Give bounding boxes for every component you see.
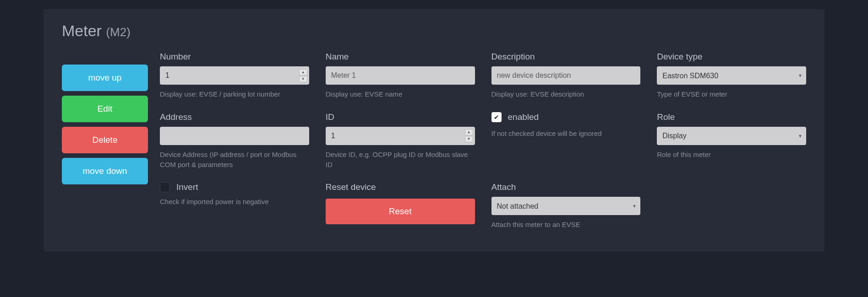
- name-input[interactable]: [326, 66, 475, 85]
- delete-button[interactable]: Delete: [62, 127, 148, 153]
- meter-panel: Meter (M2) move up Edit Delete move down…: [44, 9, 824, 252]
- move-up-button[interactable]: move up: [62, 65, 148, 91]
- enabled-label: enabled: [508, 112, 539, 122]
- reset-button[interactable]: Reset: [326, 199, 475, 224]
- description-input[interactable]: [491, 66, 641, 85]
- number-help: Display use: EVSE / parking lot number: [160, 89, 309, 99]
- field-invert: ✔ Invert Check if imported power is nega…: [160, 182, 309, 230]
- role-label: Role: [657, 112, 806, 122]
- attach-select[interactable]: Not attached: [491, 197, 641, 215]
- field-description: Description Display use: EVSE descriptio…: [491, 52, 641, 99]
- chevron-up-icon[interactable]: ▲: [465, 129, 473, 135]
- id-label: ID: [326, 112, 475, 122]
- edit-button[interactable]: Edit: [62, 96, 148, 122]
- panel-title-main: Meter: [62, 22, 102, 39]
- attach-label: Attach: [491, 182, 641, 192]
- field-attach: Attach Not attached ▾ Attach this meter …: [491, 182, 641, 230]
- field-device-type: Device type Eastron SDM630 ▾ Type of EVS…: [657, 52, 806, 99]
- name-help: Display use: EVSE name: [326, 89, 475, 99]
- panel-title-sub: (M2): [106, 25, 130, 39]
- role-help: Role of this meter: [657, 150, 806, 160]
- side-actions: move up Edit Delete move down: [62, 52, 148, 230]
- move-down-button[interactable]: move down: [62, 158, 148, 184]
- device-type-select[interactable]: Eastron SDM630: [657, 66, 806, 85]
- invert-label: Invert: [176, 182, 198, 192]
- id-spinner[interactable]: ▲ ▼: [465, 129, 473, 143]
- panel-title: Meter (M2): [62, 22, 806, 40]
- field-name: Name Display use: EVSE name: [326, 52, 475, 99]
- address-label: Address: [160, 112, 309, 122]
- chevron-up-icon[interactable]: ▲: [299, 69, 307, 76]
- field-number: Number ▲ ▼ Display use: EVSE / parking l…: [160, 52, 309, 99]
- field-address: Address Device Address (IP address / por…: [160, 112, 309, 170]
- description-help: Display use: EVSE description: [491, 89, 641, 99]
- address-input[interactable]: [160, 127, 309, 145]
- check-icon: ✔: [494, 113, 499, 121]
- attach-help: Attach this meter to an EVSE: [491, 220, 641, 230]
- chevron-down-icon[interactable]: ▼: [465, 136, 473, 142]
- field-role: Role Display ▾ Role of this meter: [657, 112, 806, 170]
- field-id: ID ▲ ▼ Device ID, e.g. OCPP plug ID or M…: [326, 112, 475, 170]
- role-select[interactable]: Display: [657, 127, 806, 145]
- id-help: Device ID, e.g. OCPP plug ID or Modbus s…: [326, 150, 475, 170]
- field-enabled: ✔ enabled If not checked device will be …: [491, 112, 641, 170]
- device-type-label: Device type: [657, 52, 806, 62]
- invert-help: Check if imported power is negative: [160, 197, 309, 207]
- id-input[interactable]: [326, 127, 475, 145]
- field-reset: Reset device Reset: [326, 182, 475, 230]
- enabled-checkbox[interactable]: ✔: [491, 112, 502, 122]
- field-empty: [657, 182, 806, 230]
- device-type-help: Type of EVSE or meter: [657, 89, 806, 99]
- reset-label: Reset device: [326, 182, 475, 192]
- address-help: Device Address (IP address / port or Mod…: [160, 150, 309, 170]
- check-icon: ✔: [162, 184, 168, 191]
- number-spinner[interactable]: ▲ ▼: [299, 68, 307, 83]
- description-label: Description: [491, 52, 641, 62]
- number-input[interactable]: [160, 66, 309, 85]
- fields-grid: Number ▲ ▼ Display use: EVSE / parking l…: [160, 52, 806, 230]
- invert-checkbox[interactable]: ✔: [160, 182, 170, 192]
- chevron-down-icon[interactable]: ▼: [299, 76, 307, 82]
- enabled-help: If not checked device will be ignored: [491, 129, 641, 139]
- number-label: Number: [160, 52, 309, 62]
- name-label: Name: [326, 52, 475, 62]
